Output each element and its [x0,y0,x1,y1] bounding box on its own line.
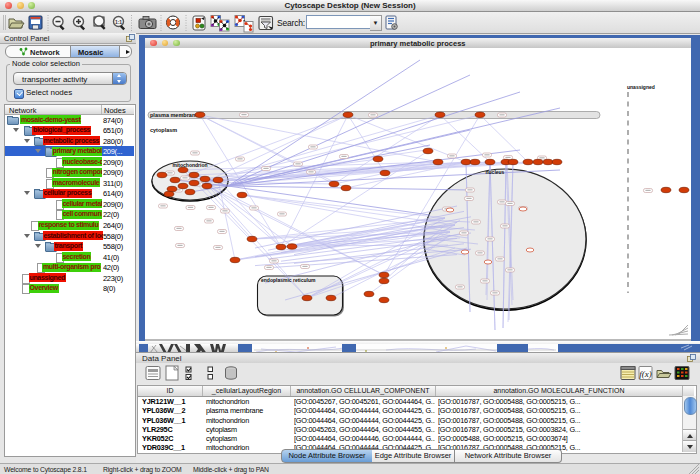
svg-text:mitochondrion: mitochondrion [173,162,208,168]
svg-text:nucleus: nucleus [486,169,505,175]
svg-text:unassigned: unassigned [627,84,655,90]
svg-text:1:1: 1:1 [115,19,122,25]
svg-text:f(x): f(x) [639,369,652,379]
svg-text:cytoplasm: cytoplasm [150,127,177,133]
svg-text:endoplasmic reticulum: endoplasmic reticulum [261,277,316,283]
svg-text:plasma membrane: plasma membrane [150,112,198,118]
